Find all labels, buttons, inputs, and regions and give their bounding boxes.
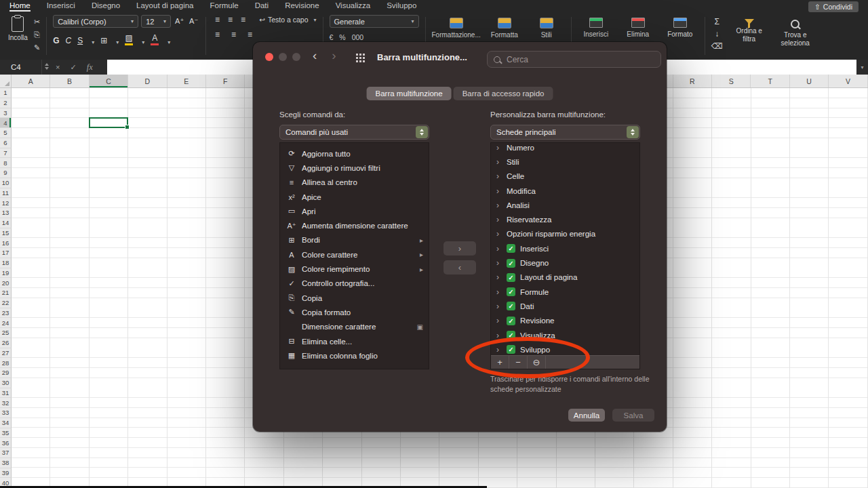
command-item[interactable]: ≡Allinea al centro [280, 176, 429, 190]
command-item[interactable]: ⎘Copia [280, 291, 429, 305]
column-header[interactable]: C [90, 75, 128, 87]
row-header[interactable]: 39 [0, 468, 12, 479]
checkbox-checked-icon[interactable]: ✓ [507, 244, 515, 253]
command-item[interactable]: ⊞Bordi▸ [280, 233, 429, 247]
ribbon-tab[interactable]: Inserisci [47, 0, 75, 12]
ribbon-tab-item[interactable]: ›Opzioni risparmio energia [491, 227, 639, 241]
styles-button[interactable]: Stili [528, 15, 565, 39]
ribbon-tab-item[interactable]: ›Riservatezza [491, 212, 639, 226]
align-middle-icon[interactable]: ≡ [225, 15, 235, 24]
ribbon-tab-item[interactable]: ›✓Visualizza [491, 328, 639, 342]
ribbon-tab-item[interactable]: ›✓Revisione [491, 314, 639, 328]
currency-format-icon[interactable]: € [330, 33, 334, 41]
row-header[interactable]: 32 [0, 398, 12, 408]
thousands-format-icon[interactable]: 000 [352, 33, 364, 41]
row-header[interactable]: 23 [0, 308, 12, 319]
ribbon-tab[interactable]: Visualizza [336, 0, 371, 12]
cells-button[interactable]: Formato [662, 15, 698, 38]
column-header[interactable]: A [12, 75, 50, 87]
column-header[interactable]: R [673, 75, 712, 87]
percent-format-icon[interactable]: % [339, 33, 345, 41]
command-item[interactable]: AColore carattere▸ [280, 247, 429, 262]
fill-down-icon[interactable]: ↓ [715, 29, 719, 39]
row-header[interactable]: 28 [0, 358, 12, 368]
command-item[interactable]: ⊟Elimina celle... [280, 334, 429, 348]
row-header[interactable]: 8 [0, 158, 12, 168]
paste-button[interactable]: Incolla [8, 15, 28, 52]
font-color-button[interactable]: A [151, 33, 159, 45]
add-command-button[interactable]: › [443, 241, 476, 256]
command-item[interactable]: ▭Apri [280, 204, 429, 218]
row-header[interactable]: 19 [0, 268, 12, 279]
share-button[interactable]: ⇧ Condividi [808, 1, 859, 12]
ribbon-tab-item[interactable]: ›Modifica [491, 184, 639, 198]
align-center-icon[interactable]: ≡ [229, 30, 239, 39]
increase-font-icon[interactable]: A⁺ [174, 15, 185, 28]
ribbon-tab-item[interactable]: ›Celle [491, 169, 639, 184]
ribbon-tab[interactable]: Home [9, 0, 31, 12]
dialog-tab[interactable]: Barra multifunzione [367, 87, 452, 100]
ribbon-tab[interactable]: Dati [255, 0, 269, 12]
command-item[interactable]: ✓Controllo ortografia... [280, 277, 429, 291]
confirm-entry-icon[interactable]: ✓ [70, 63, 76, 72]
dialog-tab[interactable]: Barra di accesso rapido [454, 87, 553, 100]
checkbox-checked-icon[interactable]: ✓ [507, 259, 515, 268]
cancel-entry-icon[interactable]: × [56, 63, 60, 71]
selected-cell[interactable] [89, 117, 128, 128]
insert-function-icon[interactable]: fx [87, 62, 93, 73]
command-item[interactable]: x²Apice [280, 190, 429, 204]
ribbon-tab[interactable]: Layout di pagina [136, 0, 193, 12]
ribbon-tab[interactable]: Disegno [92, 0, 120, 12]
ribbon-tab-item[interactable]: ›Analisi [491, 198, 639, 212]
commands-source-dropdown[interactable]: Comandi più usati [279, 125, 429, 140]
remove-tab-button[interactable]: − [509, 356, 528, 369]
row-header[interactable]: 24 [0, 318, 12, 328]
number-format-select[interactable]: Generale ▾ [330, 15, 419, 28]
align-bottom-icon[interactable]: ≡ [238, 15, 248, 24]
row-header[interactable]: 35 [0, 428, 12, 439]
ribbon-tab-item[interactable]: ›✓Dati [491, 299, 639, 313]
ribbon-tab-item[interactable]: ›Numero [491, 142, 639, 155]
styles-button[interactable]: Formatta [486, 15, 523, 39]
search-input[interactable] [505, 54, 654, 65]
sort-filter-button[interactable]: Ordina e filtra [730, 15, 769, 51]
command-item[interactable]: ▽Aggiungi o rimuovi filtri [280, 161, 429, 175]
column-header[interactable]: V [829, 75, 867, 87]
cancel-button[interactable]: Annulla [568, 409, 605, 422]
command-item[interactable]: ✎Copia formato [280, 305, 429, 319]
name-box[interactable]: C4 [0, 60, 42, 75]
search-field[interactable] [487, 51, 661, 68]
ribbon-tab[interactable]: Revisione [285, 0, 319, 12]
decrease-font-icon[interactable]: A⁻ [188, 15, 199, 28]
row-header[interactable]: 29 [0, 368, 12, 378]
row-header[interactable]: 3 [0, 108, 12, 119]
row-header[interactable]: 36 [0, 438, 12, 448]
align-left-icon[interactable]: ≡ [212, 30, 222, 39]
cut-icon[interactable]: ✂ [34, 18, 40, 26]
row-header[interactable]: 38 [0, 458, 12, 468]
bold-button[interactable]: G [53, 36, 59, 45]
cells-button[interactable]: Inserisci [578, 15, 614, 38]
ribbon-tab-item[interactable]: ›✓Layout di pagina [491, 270, 639, 285]
find-select-button[interactable]: Trova e seleziona [776, 15, 815, 51]
select-all-corner[interactable] [0, 75, 12, 88]
checkbox-checked-icon[interactable]: ✓ [507, 331, 515, 340]
ribbon-tab[interactable]: Sviluppo [387, 0, 416, 12]
show-all-preferences-icon[interactable] [356, 53, 365, 65]
ribbon-tab-item[interactable]: ›✓Formule [491, 285, 639, 299]
checkbox-checked-icon[interactable]: ✓ [507, 302, 515, 310]
row-header[interactable]: 34 [0, 418, 12, 428]
row-header[interactable]: 13 [0, 208, 12, 218]
row-header[interactable]: 7 [0, 148, 12, 159]
row-header[interactable]: 37 [0, 448, 12, 458]
row-header[interactable]: 17 [0, 248, 12, 258]
ribbon-tab-item[interactable]: ›✓Disegno [491, 256, 639, 270]
autosum-icon[interactable]: Σ [715, 17, 719, 26]
row-header[interactable]: 31 [0, 388, 12, 399]
ribbon-tab-item[interactable]: ›✓Inserisci [491, 241, 639, 256]
row-header[interactable]: 16 [0, 238, 12, 248]
column-header[interactable]: T [751, 75, 789, 87]
command-item[interactable]: ⟳Aggiorna tutto [280, 146, 429, 161]
ribbon-scope-dropdown[interactable]: Schede principali [490, 125, 640, 140]
row-header[interactable]: 15 [0, 228, 12, 239]
